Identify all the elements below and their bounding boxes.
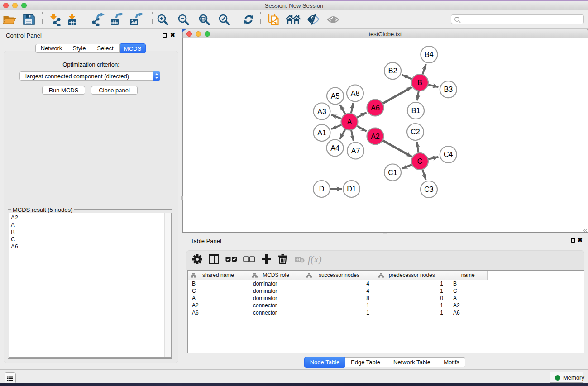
svg-text:D: D bbox=[319, 185, 325, 193]
svg-text:A: A bbox=[347, 118, 352, 126]
svg-text:B2: B2 bbox=[388, 67, 397, 75]
svg-text:A2: A2 bbox=[371, 133, 380, 140]
svg-text:A3: A3 bbox=[317, 108, 326, 115]
svg-text:B3: B3 bbox=[444, 86, 453, 93]
svg-text:C3: C3 bbox=[424, 186, 434, 193]
svg-text:A5: A5 bbox=[331, 92, 340, 100]
svg-text:A7: A7 bbox=[351, 147, 360, 155]
svg-text:A8: A8 bbox=[351, 90, 360, 97]
svg-text:C1: C1 bbox=[388, 169, 397, 176]
svg-text:C2: C2 bbox=[411, 128, 420, 136]
svg-text:B1: B1 bbox=[411, 107, 421, 114]
svg-text:C: C bbox=[417, 157, 423, 165]
svg-text:A6: A6 bbox=[371, 104, 380, 112]
svg-text:D1: D1 bbox=[347, 185, 356, 193]
svg-text:C4: C4 bbox=[444, 151, 453, 158]
svg-text:A4: A4 bbox=[330, 144, 339, 152]
svg-text:B: B bbox=[417, 79, 422, 86]
svg-text:B4: B4 bbox=[425, 51, 434, 58]
svg-text:A1: A1 bbox=[317, 129, 326, 137]
